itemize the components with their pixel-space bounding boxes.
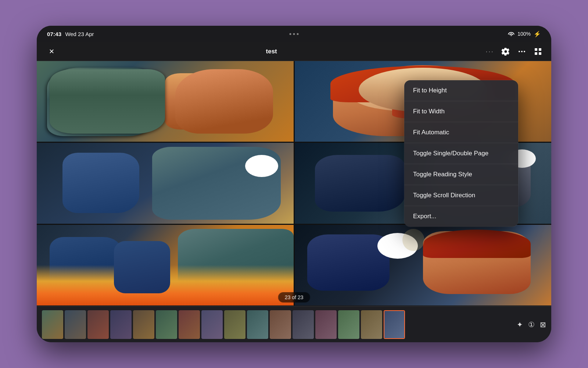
status-date: Wed 23 Apr [65, 31, 94, 37]
svg-point-1 [521, 51, 523, 52]
panel-1-monster [47, 68, 155, 136]
menu-item-toggle-single-double[interactable]: Toggle Single/Double Page [404, 143, 518, 164]
wifi-icon [508, 31, 514, 37]
thumbnail-actions: ✦ ① ⊠ [512, 320, 546, 329]
svg-rect-3 [535, 48, 537, 51]
thumbnail-page-2[interactable] [65, 310, 86, 339]
thumbnail-strip: ✦ ① ⊠ [37, 306, 551, 342]
menu-item-fit-height[interactable]: Fit to Height [404, 80, 518, 101]
close-thumb-button[interactable]: ⊠ [540, 320, 546, 329]
comic-panel-5 [37, 225, 294, 305]
thumbnail-page-15[interactable] [361, 310, 382, 339]
svg-rect-4 [539, 48, 541, 51]
menu-item-export[interactable]: Export... [404, 206, 518, 227]
thumbnail-page-12[interactable] [293, 310, 314, 339]
thumbnail-page-4[interactable] [110, 310, 132, 339]
menu-item-toggle-reading-style[interactable]: Toggle Reading Style [404, 164, 518, 185]
thumbnail-page-11[interactable] [270, 310, 291, 339]
close-button[interactable]: ✕ [46, 46, 57, 57]
settings-button[interactable] [501, 47, 510, 56]
svg-rect-6 [539, 52, 541, 55]
panel-3-speech-bubble [245, 155, 278, 177]
panel-4-char1 [315, 155, 405, 212]
menu-item-fit-automatic[interactable]: Fit Automatic [404, 122, 518, 143]
comic-panel-6 [295, 225, 552, 305]
battery-percent: 100% [517, 31, 531, 37]
thumbnail-page-10[interactable] [247, 310, 268, 339]
thumbnail-page-9[interactable] [224, 310, 245, 339]
thumbnail-page-1[interactable] [42, 310, 63, 339]
svg-point-0 [519, 51, 520, 52]
svg-point-2 [524, 51, 525, 52]
page-number: 23 of 23 [285, 294, 304, 300]
panel-3-hero [62, 153, 140, 213]
nav-dots: ··· [485, 47, 494, 56]
close-icon: ✕ [49, 47, 54, 56]
svg-rect-5 [535, 52, 537, 55]
more-options-button[interactable] [517, 47, 526, 56]
screen: 07:43 Wed 23 Apr 100% ⚡ ✕ test [37, 26, 551, 342]
status-center-dots [290, 33, 299, 35]
nav-bar: ✕ test ··· [37, 42, 551, 61]
menu-item-toggle-scroll-direction[interactable]: Toggle Scroll Direction [404, 185, 518, 206]
comic-panel-1 [37, 61, 294, 142]
grid-view-button[interactable] [534, 47, 542, 56]
thumbnail-page-3[interactable] [87, 310, 109, 339]
menu-item-fit-width[interactable]: Fit to Width [404, 101, 518, 122]
thumbnail-page-7[interactable] [179, 310, 200, 339]
battery-icon: ⚡ [534, 31, 541, 38]
status-time: 07:43 [47, 31, 61, 37]
panel-1-girl [175, 69, 273, 134]
status-right: 100% ⚡ [508, 31, 541, 38]
comic-panel-3 [37, 143, 294, 223]
thumbnail-page-6[interactable] [156, 310, 177, 339]
status-bar: 07:43 Wed 23 Apr 100% ⚡ [37, 26, 551, 42]
bookmark-button[interactable]: ✦ [517, 320, 523, 329]
page-badge: 23 of 23 [278, 292, 310, 302]
panel-1-speech-bubble [68, 90, 104, 114]
thumbnail-page-8[interactable] [201, 310, 223, 339]
thumbnail-scroll[interactable] [42, 310, 511, 339]
thumbnail-page-5[interactable] [133, 310, 154, 339]
nav-title: test [266, 48, 277, 55]
tablet-frame: 07:43 Wed 23 Apr 100% ⚡ ✕ test [37, 26, 551, 342]
dropdown-menu: Fit to HeightFit to WidthFit AutomaticTo… [404, 80, 518, 227]
nav-icons: ··· [485, 47, 542, 56]
thumbnail-page-13[interactable] [315, 310, 337, 339]
thumbnail-page-14[interactable] [338, 310, 359, 339]
thumbnail-page-16[interactable] [384, 310, 405, 339]
page-number-button[interactable]: ① [528, 320, 535, 329]
